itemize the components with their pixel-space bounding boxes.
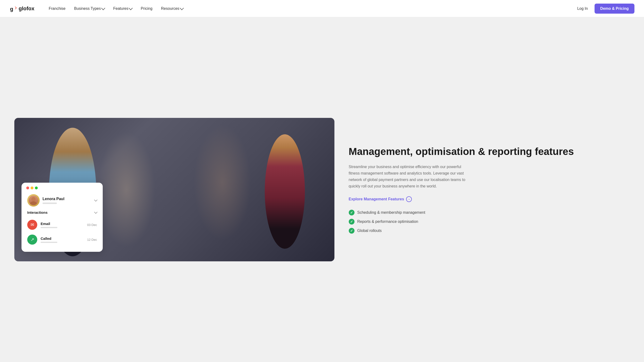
user-info: Lenora Paul: [42, 197, 92, 204]
called-details: Called: [40, 236, 84, 243]
called-title: Called: [40, 236, 84, 240]
card-top: Lenora Paul: [27, 194, 97, 207]
avatar: [27, 194, 40, 207]
called-symbol: ↗: [30, 237, 34, 242]
email-date: 03 Dec: [87, 223, 97, 227]
navigation: g glofox Franchise Business Types Featur…: [0, 0, 644, 17]
card-chevron-icon[interactable]: [94, 198, 98, 202]
check-icon-3: ✓: [349, 228, 354, 234]
logo[interactable]: g glofox: [10, 5, 34, 12]
svg-text:g: g: [10, 6, 13, 12]
dot-red: [26, 186, 29, 189]
email-details: Email: [40, 222, 84, 228]
explore-circle-icon: →: [406, 196, 412, 202]
nav-business-types[interactable]: Business Types: [74, 7, 105, 11]
demo-pricing-button[interactable]: Demo & Pricing: [594, 4, 634, 14]
nav-right: Log In Demo & Pricing: [577, 4, 634, 14]
nav-pricing[interactable]: Pricing: [141, 7, 152, 11]
feature-item-3: ✓ Global rollouts: [349, 228, 630, 234]
interactions-label: Interactions: [27, 210, 48, 214]
nav-resources[interactable]: Resources: [161, 7, 183, 11]
explore-link[interactable]: Explore Management Features →: [349, 196, 630, 202]
login-link[interactable]: Log In: [577, 7, 588, 11]
called-interaction: ↗ Called 12 Dec: [27, 232, 97, 247]
email-symbol: ✉: [30, 222, 34, 227]
main-section: Lenora Paul Interactions ✉ Email 03 Dec: [0, 17, 644, 362]
nav-franchise[interactable]: Franchise: [49, 7, 66, 11]
check-icon-1: ✓: [349, 210, 354, 215]
feature-item-2: ✓ Reports & performance optimisation: [349, 219, 630, 224]
user-subtitle: [42, 203, 57, 204]
figure-right: [261, 129, 308, 254]
logo-icon: g: [10, 5, 17, 12]
business-types-chevron: [101, 6, 105, 10]
right-column: Management, optimisation & reporting fea…: [349, 146, 630, 233]
user-name: Lenora Paul: [42, 197, 92, 201]
interactions-chevron-icon[interactable]: [94, 210, 98, 213]
main-title: Management, optimisation & reporting fea…: [349, 146, 630, 158]
features-chevron: [129, 6, 133, 10]
interactions-row: Interactions: [27, 210, 97, 214]
dot-yellow: [30, 186, 34, 189]
resources-chevron: [180, 6, 184, 10]
check-icon-2: ✓: [349, 219, 354, 224]
feature-list: ✓ Scheduling & membership management ✓ R…: [349, 210, 630, 234]
email-icon: ✉: [27, 220, 37, 230]
interaction-card: Lenora Paul Interactions ✉ Email 03 Dec: [22, 183, 103, 252]
called-date: 12 Dec: [87, 238, 97, 241]
explore-arrow-icon: →: [407, 197, 410, 201]
nav-features[interactable]: Features: [113, 7, 132, 11]
feature-item-1: ✓ Scheduling & membership management: [349, 210, 630, 215]
window-dots: [26, 186, 38, 189]
main-description: Streamline your business and optimise ef…: [349, 164, 473, 190]
called-icon: ↗: [27, 235, 37, 245]
svg-marker-1: [15, 6, 17, 10]
email-title: Email: [40, 222, 84, 226]
email-interaction: ✉ Email 03 Dec: [27, 217, 97, 232]
nav-links: Franchise Business Types Features Pricin…: [49, 7, 577, 11]
left-column: Lenora Paul Interactions ✉ Email 03 Dec: [14, 118, 334, 261]
dot-green: [35, 186, 38, 189]
logo-text: glofox: [19, 6, 34, 12]
avatar-inner: [29, 196, 38, 205]
email-bar: [40, 227, 57, 228]
called-bar: [40, 242, 57, 243]
